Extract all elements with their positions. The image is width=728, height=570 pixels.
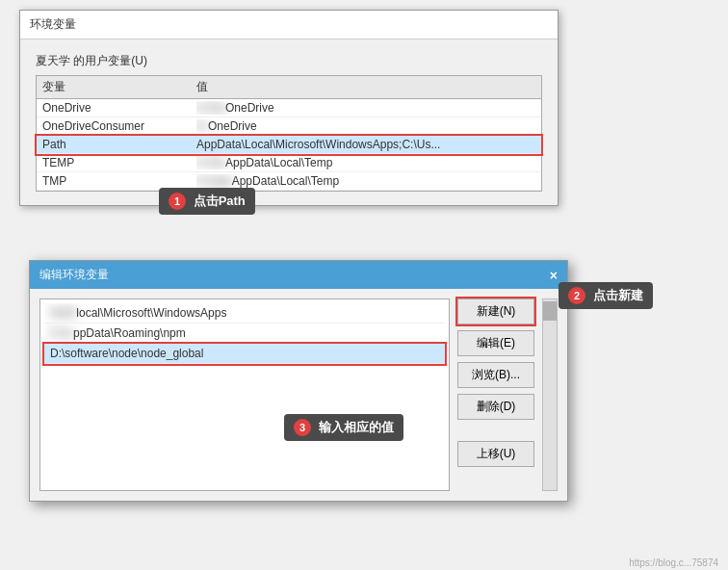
var-value: C:\UsOneDrive [196, 101, 535, 115]
table-header: 变量 值 [37, 76, 541, 99]
path-list[interactable]: %USlocal\Microsoft\WindowsApps C:\UppDat… [39, 298, 450, 491]
user-vars-table: 变量 值 OneDrive C:\UsOneDrive OneDriveCons… [36, 75, 542, 192]
var-name: TMP [42, 174, 196, 188]
edit-dialog: 编辑环境变量 × %USlocal\Microsoft\WindowsApps … [29, 260, 568, 502]
var-name: OneDriveConsumer [42, 119, 196, 133]
delete-button[interactable]: 删除(D) [457, 394, 534, 420]
var-value: C:\UseAppData\Local\Temp [196, 174, 535, 188]
table-row[interactable]: OneDriveConsumer C\OneDrive [37, 117, 541, 136]
step-number-1: 1 [169, 193, 186, 210]
var-value: C\OneDrive [196, 119, 535, 133]
moveup-button[interactable]: 上移(U) [457, 441, 534, 467]
step-number-3: 3 [294, 419, 311, 436]
var-name-path: Path [42, 138, 196, 151]
col-value: 值 [196, 79, 208, 95]
path-item[interactable]: %USlocal\Microsoft\WindowsApps [44, 303, 445, 324]
annotation-text-3: 输入相应的值 [319, 420, 394, 434]
watermark: https://blog.c...75874 [629, 557, 718, 568]
table-row[interactable]: TEMP C:\UsAppData\Local\Temp [37, 154, 541, 172]
new-button[interactable]: 新建(N) [457, 298, 534, 324]
var-value-path: AppData\Local\Microsoft\WindowsApps;C:\U… [196, 138, 535, 151]
path-item[interactable]: C:\UppData\Roaming\npm [44, 324, 445, 344]
annotation-step3: 3 输入相应的值 [284, 414, 403, 441]
user-section-title: 夏天学 的用户变量(U) [36, 53, 542, 69]
dialog-content: %USlocal\Microsoft\WindowsApps C:\UppDat… [30, 289, 567, 501]
table-row[interactable]: OneDrive C:\UsOneDrive [37, 99, 541, 117]
edit-dialog-title: 编辑环境变量 [39, 267, 109, 283]
active-path-value: D:\software\node\node_global [50, 347, 203, 360]
path-item-active[interactable]: D:\software\node\node_global [44, 344, 445, 364]
table-row[interactable]: TMP C:\UseAppData\Local\Temp [37, 172, 541, 191]
env-window-titlebar: 环境变量 [20, 11, 558, 39]
step-number-2: 2 [568, 287, 585, 304]
var-name: OneDrive [42, 101, 196, 115]
table-row-path[interactable]: Path AppData\Local\Microsoft\WindowsApps… [37, 136, 541, 154]
annotation-text-1: 点击Path [194, 194, 246, 208]
browse-button[interactable]: 浏览(B)... [457, 362, 534, 388]
close-button[interactable]: × [550, 268, 558, 283]
dialog-buttons: 新建(N) 编辑(E) 浏览(B)... 删除(D) 上移(U) [457, 298, 534, 491]
annotation-text-2: 点击新建 [593, 288, 643, 302]
scrollbar[interactable] [542, 298, 558, 491]
env-window-title: 环境变量 [30, 17, 76, 31]
annotation-step2: 2 点击新建 [559, 282, 653, 309]
edit-dialog-titlebar: 编辑环境变量 × [30, 261, 567, 289]
env-window: 环境变量 夏天学 的用户变量(U) 变量 值 OneDrive C:\UsOne… [19, 10, 559, 206]
var-name: TEMP [42, 156, 196, 169]
env-window-content: 夏天学 的用户变量(U) 变量 值 OneDrive C:\UsOneDrive… [20, 39, 558, 205]
annotation-step1: 1 点击Path [159, 188, 255, 215]
edit-button[interactable]: 编辑(E) [457, 330, 534, 356]
var-value: C:\UsAppData\Local\Temp [196, 156, 535, 169]
col-variable: 变量 [42, 79, 196, 95]
